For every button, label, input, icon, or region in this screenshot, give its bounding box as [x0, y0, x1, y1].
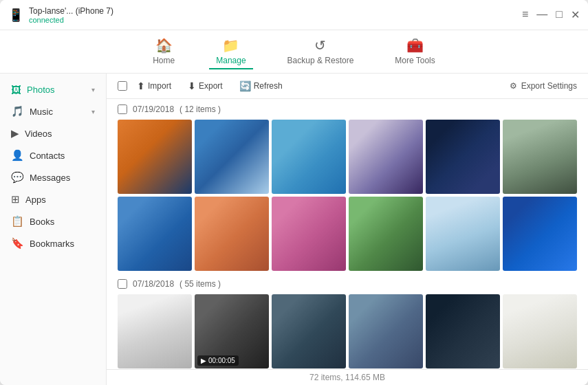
date-count-2: ( 55 items ) [179, 279, 221, 289]
sidebar-contacts-label: Contacts [30, 151, 65, 161]
device-name: Top-lanse'... (iPhone 7) [29, 6, 113, 16]
photo-cell[interactable] [349, 120, 423, 194]
bookmarks-icon: 🔖 [11, 237, 24, 250]
group2-checkbox[interactable] [118, 279, 127, 289]
date-header-2: 07/18/2018 ( 55 items ) [118, 279, 577, 289]
select-all-checkbox[interactable] [118, 81, 127, 91]
sidebar-item-apps[interactable]: ⊞ Apps [0, 188, 106, 210]
videos-icon: ▶ [11, 127, 19, 140]
import-button[interactable]: ⬆ Import [130, 78, 178, 94]
content-area: ⬆ Import ⬇ Export 🔄 Refresh ⚙ Export Set… [107, 74, 588, 385]
status-text: 72 items, 114.65 MB [309, 373, 385, 382]
photos-icon: 🖼 [11, 84, 21, 96]
backup-icon: ↺ [314, 37, 326, 54]
main-layout: 🖼 Photos ▾ 🎵 Music ▾ ▶ Videos [0, 74, 588, 385]
sidebar-item-photos[interactable]: 🖼 Photos ▾ [0, 79, 106, 100]
sidebar-books-label: Books [30, 217, 54, 227]
books-icon: 📋 [11, 215, 24, 228]
photo-cell[interactable] [349, 197, 423, 271]
photo-grid-1 [118, 120, 577, 271]
photo-cell[interactable] [503, 197, 577, 271]
menu-icon[interactable]: ≡ [522, 8, 528, 21]
sidebar-item-contacts[interactable]: 👤 Contacts [0, 144, 106, 166]
window-controls: ≡ — □ ✕ [522, 8, 580, 21]
export-settings-button[interactable]: ⚙ Export Settings [510, 81, 577, 91]
apps-icon: ⊞ [11, 193, 20, 206]
sidebar-item-music[interactable]: 🎵 Music ▾ [0, 100, 106, 122]
group1-checkbox[interactable] [118, 104, 127, 114]
photo-cell[interactable] [272, 197, 346, 271]
toolbar: ⬆ Import ⬇ Export 🔄 Refresh ⚙ Export Set… [107, 74, 588, 99]
titlebar: 📱 Top-lanse'... (iPhone 7) connected ≡ —… [0, 0, 588, 30]
photo-cell[interactable] [118, 120, 192, 194]
tab-manage[interactable]: 📁 Manage [209, 34, 252, 69]
photos-chevron: ▾ [91, 86, 95, 94]
maximize-icon[interactable]: □ [556, 8, 563, 21]
photo-cell[interactable] [426, 294, 500, 368]
settings-gear-icon: ⚙ [510, 81, 517, 91]
photo-cell[interactable] [503, 120, 577, 194]
date-label-1: 07/19/2018 [133, 104, 174, 114]
photo-cell[interactable] [195, 197, 269, 271]
minimize-icon[interactable]: — [536, 8, 547, 21]
tab-backup[interactable]: ↺ Backup & Restore [281, 34, 361, 69]
messages-icon: 💬 [11, 171, 24, 184]
date-header-1: 07/19/2018 ( 12 items ) [118, 104, 577, 114]
tab-tools-label: More Tools [395, 56, 435, 65]
date-label-2: 07/18/2018 [133, 279, 174, 289]
tab-backup-label: Backup & Restore [287, 56, 354, 65]
sidebar-item-messages[interactable]: 💬 Messages [0, 166, 106, 188]
photo-cell[interactable] [118, 294, 192, 368]
close-icon[interactable]: ✕ [571, 8, 580, 21]
statusbar: 72 items, 114.65 MB [107, 369, 588, 385]
sidebar-item-books[interactable]: 📋 Books [0, 210, 106, 232]
photo-cell[interactable] [426, 197, 500, 271]
export-icon: ⬇ [188, 80, 196, 91]
nav-tabs: 🏠 Home 📁 Manage ↺ Backup & Restore 🧰 Mor… [0, 30, 588, 74]
home-icon: 🏠 [155, 37, 173, 54]
device-icon: 📱 [8, 8, 23, 23]
photo-cell[interactable] [272, 294, 346, 368]
sidebar-bookmarks-label: Bookmarks [30, 239, 74, 249]
video-duration: 00:00:05 [208, 357, 235, 364]
photo-area: 07/19/2018 ( 12 items ) [107, 99, 588, 369]
tools-icon: 🧰 [406, 37, 424, 54]
sidebar-messages-label: Messages [30, 173, 70, 183]
photo-cell[interactable] [426, 120, 500, 194]
tab-manage-label: Manage [216, 56, 246, 65]
photo-cell[interactable] [195, 120, 269, 194]
photo-cell[interactable]: ▶ 00:00:05 [195, 294, 269, 368]
sidebar-apps-label: Apps [25, 195, 46, 205]
refresh-button[interactable]: 🔄 Refresh [232, 78, 290, 94]
refresh-icon: 🔄 [239, 80, 251, 91]
tab-home[interactable]: 🏠 Home [146, 34, 182, 69]
device-info: Top-lanse'... (iPhone 7) connected [29, 6, 113, 24]
photo-group-1: 07/19/2018 ( 12 items ) [118, 104, 577, 271]
manage-icon: 📁 [222, 37, 239, 54]
device-status: connected [29, 16, 113, 24]
photo-cell[interactable] [503, 294, 577, 368]
titlebar-left: 📱 Top-lanse'... (iPhone 7) connected [8, 6, 113, 24]
tab-tools[interactable]: 🧰 More Tools [388, 34, 442, 69]
sidebar-videos-label: Videos [25, 129, 52, 139]
music-chevron: ▾ [91, 108, 95, 116]
toolbar-left: ⬆ Import ⬇ Export 🔄 Refresh [118, 78, 290, 94]
app-window: 📱 Top-lanse'... (iPhone 7) connected ≡ —… [0, 0, 588, 385]
video-badge: ▶ 00:00:05 [197, 355, 239, 366]
contacts-icon: 👤 [11, 149, 24, 162]
sidebar-photos-label: Photos [27, 85, 54, 95]
date-count-1: ( 12 items ) [179, 104, 221, 114]
sidebar-music-label: Music [30, 107, 53, 117]
photo-grid-2: ▶ 00:00:05 [118, 294, 577, 369]
import-icon: ⬆ [137, 80, 145, 91]
sidebar-item-bookmarks[interactable]: 🔖 Bookmarks [0, 232, 106, 254]
photo-cell[interactable] [272, 120, 346, 194]
tab-home-label: Home [153, 56, 175, 65]
photo-cell[interactable] [349, 294, 423, 368]
photo-cell[interactable] [118, 197, 192, 271]
export-button[interactable]: ⬇ Export [181, 78, 230, 94]
video-play-icon: ▶ [201, 357, 206, 364]
sidebar-item-videos[interactable]: ▶ Videos [0, 122, 106, 144]
sidebar: 🖼 Photos ▾ 🎵 Music ▾ ▶ Videos [0, 74, 107, 385]
music-icon: 🎵 [11, 105, 24, 118]
